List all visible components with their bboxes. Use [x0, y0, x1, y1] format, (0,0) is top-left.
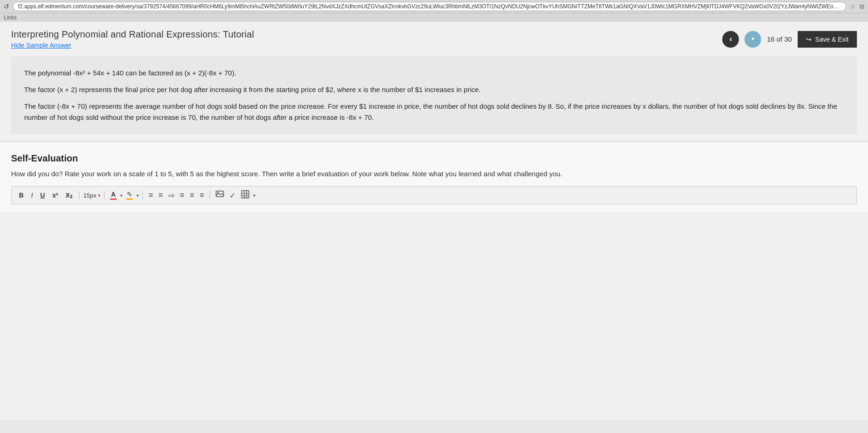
subscript-button[interactable]: X₂: [63, 191, 75, 200]
font-size-chevron-icon: ▾: [98, 193, 100, 198]
page-total: 30: [784, 35, 792, 43]
spellcheck-button[interactable]: ✓: [228, 190, 237, 201]
url-bar[interactable]: f2.apps.elf.edmentum.com/courseware-deli…: [13, 2, 846, 11]
editor-toolbar: B I U x² X₂ 15px ▾ A ▾ ✎ ▾ ≡ ≡: [11, 186, 857, 204]
toolbar-divider-4: [210, 191, 210, 199]
svg-rect-0: [216, 191, 223, 197]
align-left-button[interactable]: ≡: [178, 190, 186, 200]
text-color-letter: A: [111, 191, 116, 198]
page-title: Interpreting Polynomial and Rational Exp…: [11, 29, 254, 40]
table-button[interactable]: [239, 189, 251, 201]
highlight-color-underline: [126, 198, 133, 200]
text-color-underline: [110, 198, 117, 200]
star-icon[interactable]: ☆: [850, 3, 856, 10]
toolbar-divider-2: [104, 191, 105, 199]
save-exit-icon: ↪: [806, 36, 812, 43]
indent-button[interactable]: ⇨: [167, 190, 176, 201]
image-button[interactable]: [214, 189, 226, 201]
browser-chrome: ↺ f2.apps.elf.edmentum.com/courseware-de…: [0, 0, 868, 13]
header-bar: Interpreting Polynomial and Rational Exp…: [0, 22, 868, 49]
pencil-icon: ✎: [127, 191, 132, 198]
unordered-list-button[interactable]: ≡: [147, 190, 155, 200]
toolbar-divider-1: [79, 191, 80, 199]
links-label: Links: [4, 14, 17, 21]
superscript-button[interactable]: x²: [50, 191, 61, 200]
toolbar-divider-3: [143, 191, 143, 199]
svg-rect-2: [242, 191, 249, 198]
sample-text: The polynomial -8x² + 54x + 140 can be f…: [24, 68, 844, 123]
table-chevron-icon[interactable]: ▾: [253, 193, 255, 198]
header-left: Interpreting Polynomial and Rational Exp…: [11, 29, 254, 49]
sample-paragraph-1: The polynomial -8x² + 54x + 140 can be f…: [24, 68, 844, 79]
save-exit-button[interactable]: ↪ Save & Exit: [798, 31, 857, 48]
text-color-button[interactable]: A: [108, 190, 118, 201]
italic-button[interactable]: I: [28, 191, 36, 200]
self-eval-title: Self-Evaluation: [11, 153, 857, 164]
self-eval-description: How did you do? Rate your work on a scal…: [11, 168, 857, 179]
align-center-button[interactable]: ≡: [188, 190, 196, 200]
links-bar: Links: [0, 13, 868, 22]
sample-answer-box: The polynomial -8x² + 54x + 140 can be f…: [11, 56, 857, 134]
window-icon[interactable]: ⧉: [860, 3, 864, 11]
underline-button[interactable]: U: [37, 191, 48, 200]
page-of-label: of: [776, 35, 784, 43]
highlight-color-button[interactable]: ✎: [124, 190, 135, 201]
page-current: 16: [767, 35, 775, 43]
nav-back-button[interactable]: ‹: [722, 31, 739, 48]
ordered-list-button[interactable]: ≡: [156, 190, 164, 200]
save-exit-label: Save & Exit: [815, 36, 849, 43]
header-right: ‹ • 16 of 30 ↪ Save & Exit: [722, 31, 857, 48]
main-content: Interpreting Polynomial and Rational Exp…: [0, 22, 868, 420]
nav-forward-button[interactable]: •: [744, 31, 761, 48]
self-evaluation-section: Self-Evaluation How did you do? Rate you…: [0, 142, 868, 212]
reload-icon[interactable]: ↺: [4, 3, 9, 10]
sample-paragraph-3: The factor (-8x + 70) represents the ave…: [24, 101, 844, 123]
highlight-chevron-icon[interactable]: ▾: [136, 193, 139, 198]
hide-sample-answer-link[interactable]: Hide Sample Answer: [11, 42, 254, 49]
sample-paragraph-2: The factor (x + 2) represents the final …: [24, 84, 844, 95]
bold-button[interactable]: B: [16, 191, 26, 200]
color-chevron-icon[interactable]: ▾: [120, 193, 123, 198]
align-right-button[interactable]: ≡: [198, 190, 206, 200]
page-counter: 16 of 30: [767, 35, 792, 43]
font-size-selector[interactable]: 15px ▾: [83, 192, 100, 199]
font-size-label: 15px: [83, 192, 96, 199]
